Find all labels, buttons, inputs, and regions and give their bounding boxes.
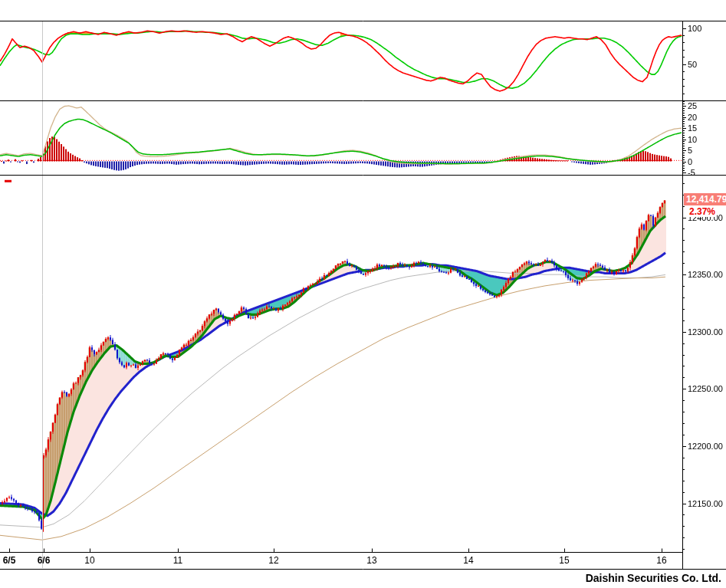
change-percent-label: 2.37% bbox=[688, 206, 717, 217]
chart-plot-area[interactable] bbox=[0, 0, 726, 588]
trading-chart-window: 2012-06-05 오후 3:38:00 다우존스 산업지수 (.DJI) ,… bbox=[0, 0, 726, 588]
last-price-label: 12,414.79 bbox=[684, 193, 726, 205]
broker-credit: Daishin Securities Co. Ltd. bbox=[586, 572, 721, 584]
